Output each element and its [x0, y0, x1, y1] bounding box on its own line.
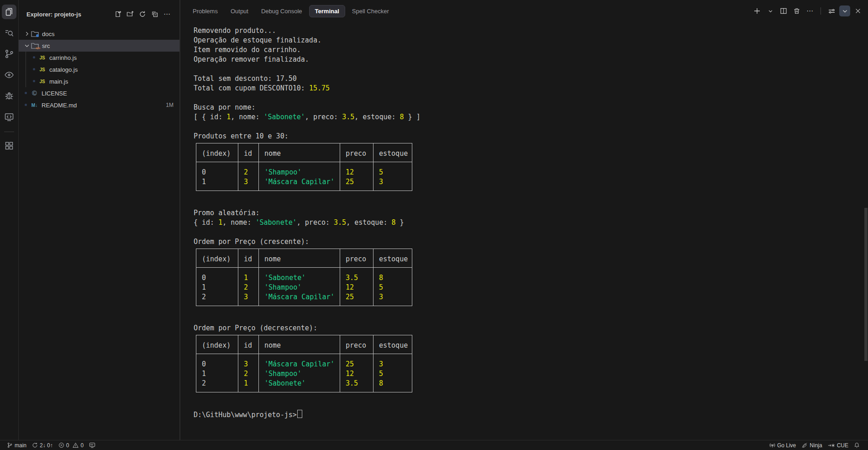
cue-status[interactable]: CUE	[825, 440, 851, 450]
more-actions-icon: ⋯	[806, 7, 814, 15]
tab-problems[interactable]: Problems	[187, 5, 224, 17]
source-control-icon	[4, 48, 15, 59]
console-table-body: 012123'Sabonete''Shampoo''Máscara Capila…	[196, 268, 412, 306]
new-folder-button[interactable]	[125, 9, 135, 19]
terminal-text-segment: , estoque:	[346, 218, 391, 227]
tab-output[interactable]: Output	[225, 5, 254, 17]
table-cell: 'Shampoo'	[259, 283, 340, 292]
tab-terminal[interactable]: Terminal	[309, 5, 345, 17]
terminal-text-segment: { id:	[194, 218, 218, 227]
explorer-header: Explorer: projeto-js	[19, 0, 179, 25]
chevron-right-icon	[23, 31, 31, 37]
panel-more-actions-button[interactable]: ⋯	[805, 5, 815, 16]
kill-terminal-button[interactable]	[791, 5, 802, 16]
ninja-label: Ninja	[810, 442, 822, 449]
terminal-text-segment: 15.75	[309, 84, 330, 92]
activity-debug-button[interactable]	[2, 89, 16, 103]
tree-item-label: main.js	[49, 78, 68, 85]
terminal-blank-line	[194, 400, 863, 410]
explorer-sidebar: Explorer: projeto-js	[19, 0, 180, 440]
table-header-cell: preco	[340, 335, 374, 354]
notifications-button[interactable]	[851, 440, 863, 450]
close-panel-button[interactable]	[852, 5, 863, 16]
table-cell: 0	[196, 168, 238, 177]
tree-item-label: LICENSE	[42, 90, 67, 97]
terminal-text-segment: , preco:	[305, 113, 342, 121]
table-column: 321	[238, 354, 259, 392]
tab-spell-checker[interactable]: Spell Checker	[346, 5, 395, 17]
tree-item-catalogo-js[interactable]: JS catalogo.js	[19, 64, 179, 75]
terminal-text-segment: 1	[226, 113, 231, 121]
terminal-scrollbar[interactable]	[864, 208, 868, 361]
terminal-content[interactable]: Removendo produto...Operação de estoque …	[180, 22, 868, 440]
new-terminal-button[interactable]	[752, 5, 763, 16]
sync-counts-label: 2↓ 0↑	[40, 442, 53, 449]
table-cell: 12	[340, 369, 373, 379]
table-cell: 1	[238, 273, 258, 283]
table-cell: 1	[238, 379, 258, 388]
terminal-text-segment: Operação remover finalizada.	[194, 55, 309, 64]
table-header-cell: estoque	[374, 143, 412, 162]
activity-bar	[0, 0, 19, 440]
close-icon	[855, 8, 861, 14]
git-sync-status[interactable]: 2↓ 0↑	[29, 440, 56, 450]
terminal-filter-button[interactable]	[826, 5, 837, 16]
javascript-file-icon: JS	[38, 65, 47, 74]
table-header-cell: id	[238, 143, 259, 162]
terminal-text-segment: Total com cupom DESCONTO10:	[194, 84, 309, 92]
activity-extensions-button[interactable]	[2, 138, 16, 153]
license-file-icon: ©	[30, 89, 39, 97]
git-branch-status[interactable]: main	[4, 440, 29, 450]
refresh-explorer-button[interactable]	[137, 9, 147, 19]
file-tree: docs </> src JS carrinho.js JS catalogo.…	[19, 28, 179, 111]
launch-profile-button[interactable]	[765, 5, 776, 16]
split-terminal-icon	[780, 7, 787, 15]
search-icon	[4, 27, 15, 38]
terminal-text-segment: 'Sabonete'	[264, 113, 305, 121]
tree-item-label: docs	[42, 31, 54, 37]
tab-debug-console[interactable]: Debug Console	[255, 5, 308, 17]
activity-eye-watch-button[interactable]	[2, 68, 16, 82]
table-header-cell: estoque	[374, 335, 412, 354]
table-cell: 0	[196, 273, 238, 283]
tree-item-src[interactable]: </> src	[19, 40, 179, 52]
panel-chevron-down-icon	[842, 8, 848, 14]
tree-item-docs[interactable]: docs	[19, 28, 179, 40]
new-file-button[interactable]	[113, 9, 123, 19]
go-live-status[interactable]: Go Live	[767, 440, 799, 450]
tree-item-main-js[interactable]: JS main.js	[19, 75, 179, 87]
console-table-body: 012321'Máscara Capilar''Shampoo''Sabonet…	[196, 354, 412, 392]
terminal-text-segment: Operação de estoque finalizada.	[194, 36, 321, 44]
hide-panel-button[interactable]	[839, 5, 850, 16]
activity-explorer-button[interactable]	[2, 5, 16, 19]
terminal-line: Operação remover finalizada.	[194, 55, 863, 64]
table-column: 23	[238, 162, 259, 191]
git-sync-icon	[32, 442, 38, 448]
split-terminal-button[interactable]	[778, 5, 789, 16]
activity-live-preview-button[interactable]	[2, 110, 16, 124]
table-column: 01	[196, 162, 238, 191]
problems-status[interactable]: 0 0	[56, 440, 86, 450]
terminal-line: [ { id: 1, nome: 'Sabonete', preco: 3.5,…	[194, 112, 863, 122]
ninja-status[interactable]: Ninja	[799, 440, 825, 450]
terminal-line: Total com cupom DESCONTO10: 15.75	[194, 84, 863, 93]
tree-item-carrinho-js[interactable]: JS carrinho.js	[19, 52, 179, 64]
tree-item-license[interactable]: © LICENSE	[19, 87, 179, 99]
activity-bar-divider	[4, 132, 14, 132]
ports-status[interactable]	[86, 440, 98, 450]
warnings-icon	[73, 442, 79, 448]
tree-item-readme-md[interactable]: M↓ README.md 1M	[19, 99, 179, 111]
terminal-line: Promo aleatória:	[194, 208, 863, 218]
terminal-text-segment: [ { id:	[194, 113, 226, 121]
table-header-cell: nome	[259, 249, 340, 267]
terminal-cursor[interactable]	[297, 410, 302, 418]
terminal-text-segment: Removendo produto...	[194, 26, 276, 35]
explorer-more-actions-button[interactable]: ⋯	[162, 9, 172, 19]
tree-item-label: README.md	[42, 102, 77, 109]
collapse-folders-button[interactable]	[150, 9, 160, 19]
table-cell: 12	[340, 283, 373, 292]
terminal-text-segment: }	[396, 218, 404, 227]
table-cell: 3	[238, 177, 258, 187]
activity-search-button[interactable]	[2, 26, 16, 40]
activity-source-control-button[interactable]	[2, 47, 16, 61]
